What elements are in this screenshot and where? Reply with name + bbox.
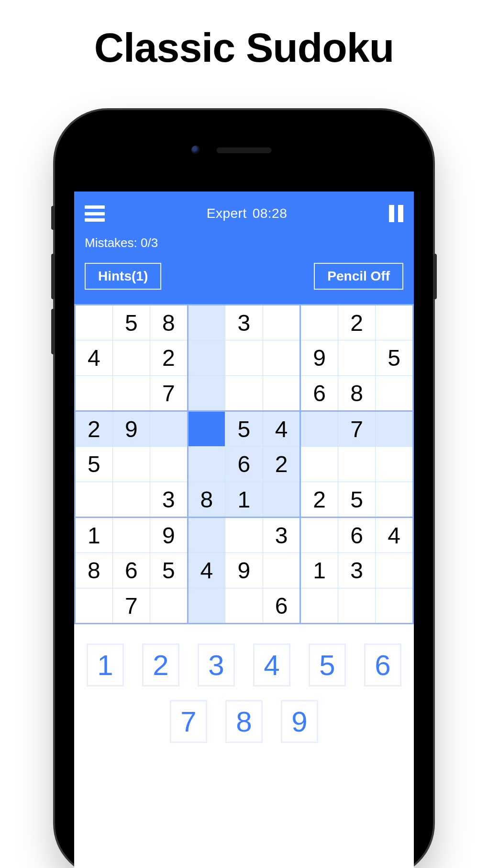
menu-icon[interactable] — [85, 205, 105, 222]
sudoku-cell[interactable]: 2 — [150, 340, 188, 376]
phone-mute-switch — [51, 206, 55, 230]
keypad-7[interactable]: 7 — [170, 700, 207, 743]
phone-frame: Expert08:28 Mistakes: 0/3 Hints(1) Penci… — [55, 110, 433, 868]
sudoku-cell[interactable]: 1 — [300, 553, 338, 588]
sudoku-cell[interactable]: 5 — [225, 411, 263, 447]
sudoku-cell[interactable] — [150, 447, 188, 482]
sudoku-cell[interactable] — [75, 376, 113, 411]
sudoku-cell[interactable]: 1 — [225, 482, 263, 518]
phone-screen: Expert08:28 Mistakes: 0/3 Hints(1) Penci… — [74, 192, 414, 868]
sudoku-cell[interactable]: 3 — [263, 518, 300, 553]
sudoku-cell[interactable] — [188, 340, 225, 376]
sudoku-cell[interactable] — [300, 305, 338, 340]
hints-button[interactable]: Hints(1) — [85, 263, 161, 290]
sudoku-cell[interactable]: 7 — [112, 588, 150, 624]
sudoku-cell[interactable] — [188, 588, 225, 624]
sudoku-cell[interactable] — [376, 411, 413, 447]
sudoku-cell[interactable] — [338, 340, 376, 376]
sudoku-cell[interactable] — [75, 482, 113, 518]
sudoku-cell[interactable]: 6 — [263, 588, 300, 624]
sudoku-cell[interactable]: 3 — [338, 553, 376, 588]
sudoku-cell[interactable]: 5 — [112, 305, 150, 340]
sudoku-cell[interactable]: 7 — [338, 411, 376, 447]
sudoku-cell[interactable] — [263, 340, 300, 376]
sudoku-cell[interactable]: 6 — [112, 553, 150, 588]
keypad-6[interactable]: 6 — [364, 643, 401, 687]
sudoku-cell[interactable] — [188, 376, 225, 411]
sudoku-cell[interactable]: 9 — [112, 411, 150, 447]
sudoku-cell[interactable] — [376, 305, 413, 340]
keypad-9[interactable]: 9 — [281, 700, 318, 743]
sudoku-cell[interactable]: 2 — [300, 482, 338, 518]
sudoku-cell[interactable] — [188, 518, 225, 553]
sudoku-cell[interactable]: 6 — [300, 376, 338, 411]
timer-label: 08:28 — [253, 206, 288, 221]
sudoku-cell[interactable] — [188, 305, 225, 340]
keypad-8[interactable]: 8 — [225, 700, 263, 743]
sudoku-cell[interactable] — [75, 588, 113, 624]
pause-icon[interactable] — [389, 205, 403, 222]
sudoku-cell[interactable]: 3 — [150, 482, 188, 518]
pencil-toggle-button[interactable]: Pencil Off — [314, 263, 403, 290]
sudoku-cell[interactable] — [376, 447, 413, 482]
sudoku-cell[interactable]: 5 — [75, 447, 113, 482]
sudoku-cell[interactable] — [263, 482, 300, 518]
sudoku-cell[interactable] — [112, 447, 150, 482]
keypad-2[interactable]: 2 — [142, 643, 179, 687]
sudoku-cell[interactable]: 5 — [150, 553, 188, 588]
sudoku-cell[interactable] — [338, 447, 376, 482]
sudoku-cell[interactable] — [376, 553, 413, 588]
sudoku-cell[interactable]: 1 — [75, 518, 113, 553]
sudoku-cell[interactable]: 4 — [263, 411, 300, 447]
keypad-4[interactable]: 4 — [253, 643, 290, 687]
sudoku-cell[interactable] — [188, 447, 225, 482]
sudoku-cell[interactable] — [75, 305, 113, 340]
sudoku-cell[interactable]: 2 — [338, 305, 376, 340]
sudoku-cell[interactable] — [225, 518, 263, 553]
sudoku-cell[interactable]: 4 — [75, 340, 113, 376]
sudoku-cell[interactable]: 3 — [225, 305, 263, 340]
sudoku-cell[interactable] — [150, 411, 188, 447]
sudoku-cell[interactable] — [112, 340, 150, 376]
sudoku-cell[interactable] — [300, 411, 338, 447]
sudoku-cell[interactable] — [300, 588, 338, 624]
sudoku-cell[interactable]: 9 — [300, 340, 338, 376]
keypad-1[interactable]: 1 — [87, 643, 124, 687]
sudoku-cell[interactable] — [263, 305, 300, 340]
sudoku-cell[interactable] — [376, 376, 413, 411]
sudoku-cell[interactable] — [188, 411, 225, 447]
sudoku-cell[interactable] — [376, 588, 413, 624]
sudoku-cell[interactable]: 7 — [150, 376, 188, 411]
sudoku-cell[interactable]: 8 — [338, 376, 376, 411]
sudoku-cell[interactable] — [225, 588, 263, 624]
sudoku-cell[interactable]: 2 — [75, 411, 113, 447]
difficulty-label: Expert — [207, 206, 247, 221]
sudoku-cell[interactable]: 5 — [376, 340, 413, 376]
sudoku-cell[interactable]: 8 — [188, 482, 225, 518]
sudoku-cell[interactable] — [225, 340, 263, 376]
sudoku-cell[interactable]: 8 — [75, 553, 113, 588]
sudoku-cell[interactable] — [150, 588, 188, 624]
keypad-5[interactable]: 5 — [309, 643, 346, 687]
sudoku-cell[interactable] — [300, 447, 338, 482]
sudoku-cell[interactable] — [263, 553, 300, 588]
sudoku-cell[interactable] — [112, 376, 150, 411]
sudoku-cell[interactable] — [376, 482, 413, 518]
sudoku-cell[interactable] — [263, 376, 300, 411]
sudoku-cell[interactable]: 4 — [376, 518, 413, 553]
sudoku-cell[interactable] — [112, 518, 150, 553]
phone-power-button — [433, 254, 437, 299]
sudoku-cell[interactable]: 8 — [150, 305, 188, 340]
sudoku-cell[interactable]: 6 — [225, 447, 263, 482]
sudoku-cell[interactable] — [338, 588, 376, 624]
sudoku-cell[interactable]: 5 — [338, 482, 376, 518]
sudoku-cell[interactable]: 6 — [338, 518, 376, 553]
sudoku-cell[interactable]: 9 — [225, 553, 263, 588]
sudoku-cell[interactable] — [225, 376, 263, 411]
sudoku-cell[interactable]: 4 — [188, 553, 225, 588]
sudoku-cell[interactable]: 9 — [150, 518, 188, 553]
sudoku-cell[interactable]: 2 — [263, 447, 300, 482]
sudoku-cell[interactable] — [300, 518, 338, 553]
sudoku-cell[interactable] — [112, 482, 150, 518]
keypad-3[interactable]: 3 — [198, 643, 235, 687]
